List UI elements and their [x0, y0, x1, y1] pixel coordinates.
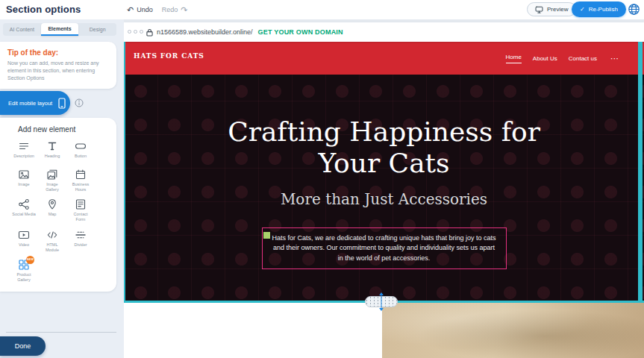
get-domain-link[interactable]: GET YOUR OWN DOMAIN [258, 28, 343, 36]
element-label: Contact Form [69, 212, 93, 222]
social-media-icon [18, 198, 30, 210]
window-dot-icon [128, 30, 131, 34]
element-item-map[interactable]: Map [38, 198, 66, 222]
element-item-html-module[interactable]: HTML Module [38, 229, 66, 253]
preview-button[interactable]: Preview [527, 2, 576, 16]
globe-icon [628, 3, 640, 16]
undo-icon: ↶ [127, 6, 134, 14]
app-window: Section options ↶ Undo Redo ↷ Preview ✓ … [0, 0, 644, 358]
section-resize-handle[interactable] [365, 296, 398, 307]
element-item-image[interactable]: Image [10, 169, 38, 192]
window-control-dots [128, 30, 143, 34]
phone-icon [58, 98, 66, 109]
element-item-image-gallery[interactable]: Image Gallery [38, 169, 66, 192]
element-label: Description [12, 154, 36, 159]
element-label: Video [12, 242, 36, 248]
edit-mobile-label: Edit mobile layout [8, 100, 52, 107]
tab-elements[interactable]: Elements [41, 23, 79, 36]
nav-contact-us[interactable]: Contact us [569, 55, 597, 62]
next-section-image [382, 303, 644, 358]
element-label: Social Media [12, 212, 36, 217]
site-header: HATS FOR CATS Home About Us Contact us ⋯ [124, 42, 644, 75]
monitor-icon [535, 6, 543, 13]
add-element-title: Add new element [0, 125, 116, 134]
window-dot-icon [140, 30, 143, 34]
site-preview: HATS FOR CATS Home About Us Contact us ⋯… [124, 42, 644, 303]
element-item-business-hours[interactable]: Business Hours [66, 169, 95, 192]
paragraph-drag-handle[interactable] [263, 232, 270, 239]
contact-form-icon [75, 198, 87, 210]
element-label: Product Gallery [12, 272, 36, 283]
add-element-panel: Add new element Description Heading Butt… [0, 118, 116, 292]
tip-title: Tip of the day: [7, 48, 109, 57]
browser-chrome: n1566589.websitebuilder.online/ GET YOUR… [124, 22, 644, 42]
sidebar-divider [6, 332, 116, 333]
element-label: HTML Module [40, 242, 64, 253]
element-item-heading[interactable]: Heading [38, 140, 66, 163]
element-item-contact-form[interactable]: Contact Form [66, 198, 95, 222]
element-label: Heading [40, 154, 64, 159]
button-icon [75, 140, 87, 152]
image-gallery-icon [46, 169, 58, 180]
redo-button[interactable]: Redo ↷ [162, 6, 188, 14]
element-label: Business Hours [69, 182, 93, 192]
top-bar: Section options ↶ Undo Redo ↷ Preview ✓ … [0, 0, 644, 19]
republish-label: Re-Publish [589, 6, 618, 13]
heading-icon [46, 140, 58, 152]
site-logo[interactable]: HATS FOR CATS [134, 52, 204, 60]
edit-mobile-layout-button[interactable]: Edit mobile layout [0, 91, 70, 115]
redo-label: Redo [162, 6, 178, 13]
element-item-video[interactable]: Video [10, 229, 38, 253]
lock-icon [146, 28, 153, 37]
element-label: Image Gallery [40, 182, 64, 192]
element-item-description[interactable]: Description [10, 140, 38, 163]
nav-more-icon[interactable]: ⋯ [610, 54, 619, 63]
window-dot-icon [134, 30, 137, 34]
element-item-product-gallery[interactable]: NEW Product Gallery [10, 259, 38, 283]
page-title: Section options [6, 4, 81, 15]
new-badge: NEW [26, 256, 34, 264]
language-globe-button[interactable] [628, 3, 640, 16]
image-icon [18, 169, 30, 180]
address-bar: n1566589.websitebuilder.online/ GET YOUR… [157, 22, 343, 42]
element-item-button[interactable]: Button [66, 140, 95, 163]
sidebar-tabs: AI Content Elements Design [3, 23, 116, 36]
hero-paragraph-box[interactable]: Hats for Cats, we are dedicated to craft… [262, 227, 507, 270]
republish-button[interactable]: ✓ Re-Publish [572, 1, 626, 17]
site-nav: Home About Us Contact us ⋯ [506, 42, 619, 75]
resize-arrows-icon [378, 292, 385, 312]
hero-subheading[interactable]: More than Just Accessories [124, 190, 644, 208]
undo-label: Undo [137, 6, 153, 13]
nav-about-us[interactable]: About Us [533, 55, 557, 62]
preview-label: Preview [547, 6, 568, 13]
element-item-social-media[interactable]: Social Media [10, 198, 38, 222]
tip-body: Now you can add, move and resize any ele… [7, 60, 109, 82]
undo-button[interactable]: ↶ Undo [127, 6, 153, 14]
info-button[interactable] [75, 98, 84, 107]
hero-section[interactable]: Crafting Happiness for Your Cats More th… [124, 75, 644, 303]
check-icon: ✓ [580, 6, 585, 13]
section-selection-border-right [638, 42, 643, 303]
business-hours-icon [75, 169, 87, 180]
hero-heading[interactable]: Crafting Happiness for Your Cats [224, 116, 545, 180]
info-icon [75, 98, 84, 107]
element-label: Image [12, 182, 36, 187]
history-controls: ↶ Undo Redo ↷ [127, 0, 187, 19]
nav-home[interactable]: Home [506, 54, 522, 63]
divider-icon [75, 229, 87, 241]
map-icon [46, 198, 58, 210]
site-url: n1566589.websitebuilder.online/ [157, 28, 253, 36]
video-icon [18, 229, 30, 241]
element-label: Divider [69, 242, 93, 248]
done-button[interactable]: Done [0, 336, 46, 356]
tab-design[interactable]: Design [78, 23, 116, 36]
tab-ai-content[interactable]: AI Content [3, 23, 41, 36]
element-label: Map [40, 212, 64, 217]
sidebar: AI Content Elements Design Tip of the da… [0, 19, 124, 358]
section-selection-border-left [124, 42, 125, 303]
description-icon [18, 140, 30, 152]
element-grid: Description Heading Button Image Image G… [0, 140, 116, 283]
redo-icon: ↷ [181, 6, 187, 14]
tip-card: Tip of the day: Now you can add, move an… [0, 42, 116, 89]
element-item-divider[interactable]: Divider [66, 229, 95, 253]
